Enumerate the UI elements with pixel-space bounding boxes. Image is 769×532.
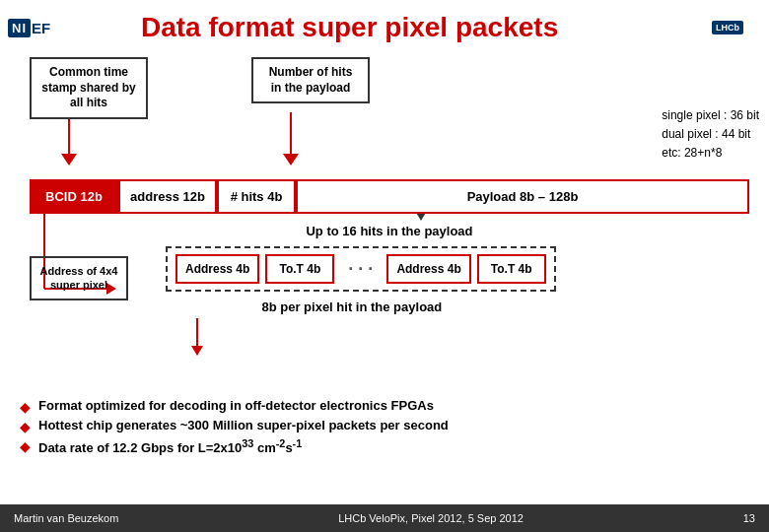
up-to-16-text: Up to 16 hits in the payload bbox=[30, 224, 749, 238]
logo-lhcb: LHCb bbox=[698, 10, 757, 45]
footer-page: 13 bbox=[743, 512, 755, 524]
payload-addr2: Address 4b bbox=[386, 254, 470, 284]
svg-marker-13 bbox=[191, 346, 203, 356]
payload-tot1: To.T 4b bbox=[265, 254, 334, 284]
bullet-text-2: Hottest chip generates ~300 Million supe… bbox=[38, 418, 449, 432]
payload-detail: Address 4b To.T 4b · · · Address 4b To.T… bbox=[166, 246, 556, 292]
diagram-area: single pixel : 36 bit dual pixel : 44 bi… bbox=[0, 57, 769, 392]
address-superpixel-label: Address of 4x4 super pixel bbox=[30, 256, 128, 300]
bullet-item-3: ◆ Data rate of 12.2 Gbps for L=2x1033 cm… bbox=[20, 437, 749, 455]
svg-marker-1 bbox=[61, 154, 77, 166]
address-cell: address 12b bbox=[118, 179, 217, 214]
payload-addr1: Address 4b bbox=[175, 254, 259, 284]
footer-conference: LHCb VeloPix, Pixel 2012, 5 Sep 2012 bbox=[338, 512, 524, 524]
superscript-33: 33 bbox=[242, 437, 253, 449]
footer-author: Martin van Beuzekom bbox=[14, 512, 118, 524]
bullet-strong-3: Data rate of 12.2 Gbps for L=2x1033 cm-2… bbox=[38, 440, 302, 455]
lhcb-logo-text: LHCb bbox=[712, 21, 743, 34]
slide-content: NI EF Data format super pixel packets LH… bbox=[0, 0, 769, 532]
dots-spacer: · · · bbox=[340, 259, 381, 280]
bullet-diamond-1: ◆ bbox=[20, 399, 31, 415]
top-labels: Common time stamp shared by all hits Num… bbox=[20, 57, 749, 136]
bullet-item-2: ◆ Hottest chip generates ~300 Million su… bbox=[20, 418, 749, 434]
bullets-section: ◆ Format optimized for decoding in off-d… bbox=[0, 392, 769, 455]
superscript-neg2: -2 bbox=[276, 437, 286, 449]
etc-line3: etc: 28+n*8 bbox=[662, 144, 759, 163]
per-pixel-hit-text: 8b per pixel hit in the payload bbox=[148, 299, 556, 314]
superscript-neg1: -1 bbox=[293, 437, 303, 449]
bottom-section: Address of 4x4 super pixel Address 4b To… bbox=[30, 246, 749, 314]
hits-cell: # hits 4b bbox=[217, 179, 296, 214]
num-hits-label: Number of hits in the payload bbox=[251, 57, 370, 103]
bullet-diamond-2: ◆ bbox=[20, 419, 31, 434]
bullet-diamond-3: ◆ bbox=[20, 438, 31, 454]
bullet-text-1: Format optimized for decoding in off-det… bbox=[38, 398, 434, 413]
bcid-cell: BCID 12b bbox=[30, 179, 118, 214]
bullet-text-3: Data rate of 12.2 Gbps for L=2x1033 cm-2… bbox=[38, 437, 302, 455]
bullet-strong-1: Format optimized for decoding in off-det… bbox=[38, 398, 434, 413]
bullet-item-1: ◆ Format optimized for decoding in off-d… bbox=[20, 398, 749, 415]
payload-tot2: To.T 4b bbox=[477, 254, 546, 284]
svg-marker-3 bbox=[283, 154, 299, 166]
bullet-strong-2: Hottest chip generates ~300 Million supe… bbox=[38, 418, 449, 432]
header: NI EF Data format super pixel packets LH… bbox=[0, 0, 769, 51]
common-timestamp-label: Common time stamp shared by all hits bbox=[30, 57, 148, 119]
data-format-row: BCID 12b address 12b # hits 4b Payload 8… bbox=[30, 179, 749, 214]
payload-cell: Payload 8b – 128b bbox=[296, 179, 749, 214]
page-title: Data format super pixel packets bbox=[1, 12, 698, 43]
footer: Martin van Beuzekom LHCb VeloPix, Pixel … bbox=[0, 504, 769, 532]
